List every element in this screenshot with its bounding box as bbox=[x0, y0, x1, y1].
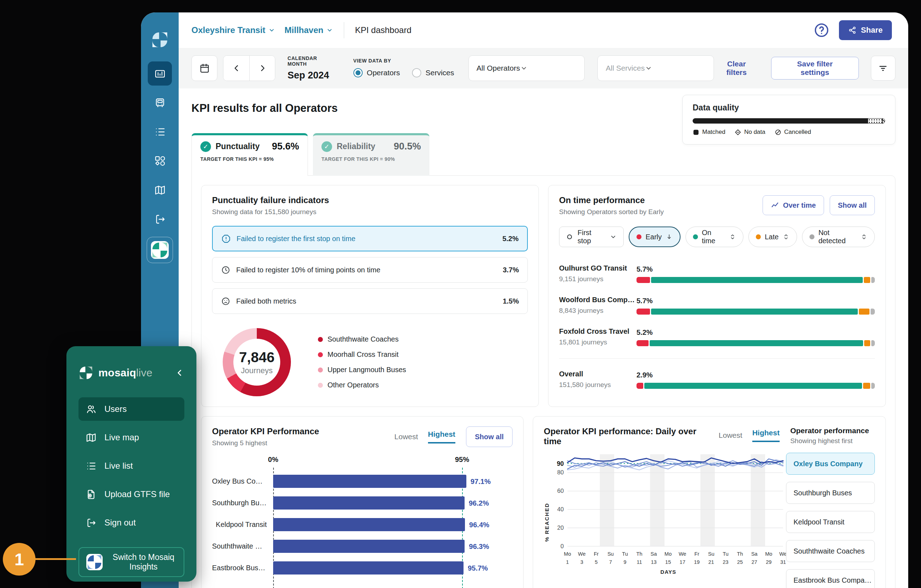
services-select[interactable]: All Services bbox=[597, 55, 714, 81]
previous-month-button[interactable] bbox=[223, 56, 249, 81]
bar-segment-early bbox=[636, 309, 650, 315]
daily-line-chart-svg: 0 20 40 60 8090Mo 1We 3Fr 5Su 7Tu 9Th 11… bbox=[550, 450, 786, 567]
svg-text:60: 60 bbox=[557, 487, 564, 494]
axis-label-0: 0% bbox=[268, 456, 278, 464]
breadcrumb-region[interactable]: Millhaven bbox=[285, 25, 333, 35]
operator-kpi-bar-chart: 0% 95% Oxley Bus Company 97.1% Southburg… bbox=[212, 470, 513, 588]
operator-button-eastbrook-bus-compa-[interactable]: Eastbrook Bus Compa… bbox=[786, 569, 875, 588]
clear-filters-button[interactable]: Clear filters bbox=[714, 59, 759, 77]
operator-name: Overall bbox=[559, 370, 636, 378]
bar-segment-early bbox=[636, 340, 649, 346]
failure-label: Failed to register 10% of timing points … bbox=[236, 266, 381, 274]
menu-item-upload-gtfs-file[interactable]: Upload GTFS file bbox=[78, 482, 184, 506]
bar-value-label: 96.2% bbox=[469, 499, 489, 507]
early-percentage: 5.7% bbox=[636, 297, 875, 305]
line-chart-icon bbox=[771, 201, 779, 210]
chevron-down-icon bbox=[645, 64, 653, 72]
sidebar-item-shapes[interactable] bbox=[148, 149, 172, 173]
operator-button-southburgh-buses[interactable]: Southburgh Buses bbox=[786, 482, 875, 504]
operator-name: Foxfold Cross Travel bbox=[559, 327, 636, 336]
kpi-bars-show-all-button[interactable]: Show all bbox=[466, 426, 513, 447]
sort-pill-late[interactable]: Late bbox=[749, 227, 797, 247]
help-button[interactable] bbox=[814, 22, 830, 38]
topbar: Oxleyshire Transit Millhaven KPI dashboa… bbox=[179, 13, 908, 48]
svg-text:Sa: Sa bbox=[751, 551, 758, 557]
failure-indicator-row[interactable]: Failed both metrics 1.5% bbox=[212, 288, 528, 314]
sidebar-item-bar-chart[interactable] bbox=[148, 62, 172, 86]
sort-pill-not-detected[interactable]: Not detected bbox=[802, 227, 875, 247]
bar-segment-on-time bbox=[651, 309, 858, 315]
menu-item-label: Upload GTFS file bbox=[104, 489, 170, 499]
switch-to-mosaiq-insights-button[interactable]: Switch to Mosaiq Insights bbox=[78, 547, 184, 577]
legend-dot bbox=[318, 337, 323, 342]
chevron-down-icon bbox=[326, 27, 333, 34]
kpi-bar-row: Oxley Bus Company 97.1% bbox=[212, 475, 513, 488]
tab-value: 95.6% bbox=[272, 141, 299, 152]
tab-punctuality[interactable]: ✓ Punctuality 95.6% TARGET FOR THIS KPI … bbox=[192, 133, 308, 176]
operator-button-oxley-bus-company[interactable]: Oxley Bus Company bbox=[786, 453, 875, 475]
results-heading: KPI results for all Operators bbox=[192, 102, 338, 115]
calendar-month-value: Sep 2024 bbox=[287, 70, 337, 81]
daily-toggle-lowest[interactable]: Lowest bbox=[719, 431, 742, 440]
status-dot bbox=[693, 234, 698, 239]
svg-text:19: 19 bbox=[694, 559, 700, 565]
first-stop-select[interactable]: First stop bbox=[559, 227, 624, 247]
filter-options-button[interactable] bbox=[871, 56, 895, 81]
toggle-lowest[interactable]: Lowest bbox=[394, 432, 418, 441]
share-button[interactable]: Share bbox=[839, 20, 892, 40]
data-quality-segment-matched bbox=[693, 118, 868, 123]
svg-text:17: 17 bbox=[680, 559, 685, 565]
save-filter-settings-button[interactable]: Save filter settings bbox=[771, 57, 859, 80]
ontime-title: On time performance bbox=[559, 195, 664, 205]
sort-pill-on-time[interactable]: On time bbox=[685, 227, 744, 247]
menu-item-live-list[interactable]: Live list bbox=[78, 454, 184, 478]
kpi-bar bbox=[273, 540, 465, 553]
next-month-button[interactable] bbox=[249, 56, 275, 81]
view-data-by-group: VIEW DATA BY OperatorsServices bbox=[353, 58, 454, 79]
calendar-button[interactable] bbox=[192, 55, 217, 81]
breadcrumb-organisation[interactable]: Oxleyshire Transit bbox=[192, 25, 275, 35]
radio-operators[interactable]: Operators bbox=[353, 68, 400, 77]
radio-services[interactable]: Services bbox=[412, 68, 454, 77]
status-dot bbox=[756, 234, 761, 239]
svg-text:21: 21 bbox=[708, 559, 714, 565]
view-data-by-label: VIEW DATA BY bbox=[353, 58, 454, 63]
bar-segment-not-detected bbox=[871, 383, 875, 389]
tab-reliability[interactable]: ✓ Reliability 90.5% TARGET FOR THIS KPI … bbox=[313, 133, 430, 176]
sidebar-item-sign-out[interactable] bbox=[148, 207, 172, 231]
daily-line-chart: % REACHED 0 20 40 60 8090Mo 1We 3Fr 5Su … bbox=[544, 450, 786, 588]
menu-item-users[interactable]: Users bbox=[78, 397, 184, 421]
failure-indicator-row[interactable]: Failed to register 10% of timing points … bbox=[212, 257, 528, 283]
failure-indicator-row[interactable]: Failed to register the first stop on tim… bbox=[212, 226, 528, 252]
menu-item-label: Sign out bbox=[104, 518, 136, 528]
svg-text:25: 25 bbox=[737, 559, 743, 565]
mosaiq-live-logo-icon bbox=[78, 365, 93, 380]
svg-text:7: 7 bbox=[609, 559, 612, 565]
daily-toggle-highest[interactable]: Highest bbox=[752, 429, 779, 442]
operator-button-souththwaite-coaches[interactable]: Souththwaite Coaches bbox=[786, 540, 875, 562]
ontime-show-all-button[interactable]: Show all bbox=[830, 195, 875, 215]
menu-item-sign-out[interactable]: Sign out bbox=[78, 511, 184, 534]
sidebar-item-list[interactable] bbox=[148, 120, 172, 144]
main-area: KPI results for all Operators Data quali… bbox=[179, 88, 908, 588]
sidebar-item-map[interactable] bbox=[148, 178, 172, 202]
operator-performance-title: Operator performance bbox=[790, 426, 875, 435]
sidebar-app-switcher-button[interactable] bbox=[147, 237, 173, 263]
kpi-bar bbox=[273, 496, 465, 510]
operator-button-keldpool-transit[interactable]: Keldpool Transit bbox=[786, 511, 875, 533]
brand-bold: mosaiq bbox=[98, 367, 136, 378]
daily-over-time-card: Operator KPI performance: Daily over tim… bbox=[533, 416, 886, 588]
services-select-value: All Services bbox=[605, 64, 645, 72]
donut-center-label: Journeys bbox=[241, 366, 272, 375]
sort-pill-early[interactable]: Early bbox=[629, 227, 680, 247]
collapse-menu-button[interactable] bbox=[175, 368, 184, 377]
toggle-highest[interactable]: Highest bbox=[428, 430, 456, 443]
status-dot bbox=[809, 234, 814, 239]
failures-subtitle: Showing data for 151,580 journeys bbox=[212, 208, 528, 216]
operators-select[interactable]: All Operators bbox=[469, 55, 585, 81]
menu-item-live-map[interactable]: Live map bbox=[78, 426, 184, 449]
over-time-button[interactable]: Over time bbox=[763, 195, 824, 215]
sidebar-item-bus[interactable] bbox=[148, 91, 172, 115]
svg-text:We: We bbox=[779, 551, 786, 557]
bar-segment-not-detected bbox=[871, 277, 875, 283]
